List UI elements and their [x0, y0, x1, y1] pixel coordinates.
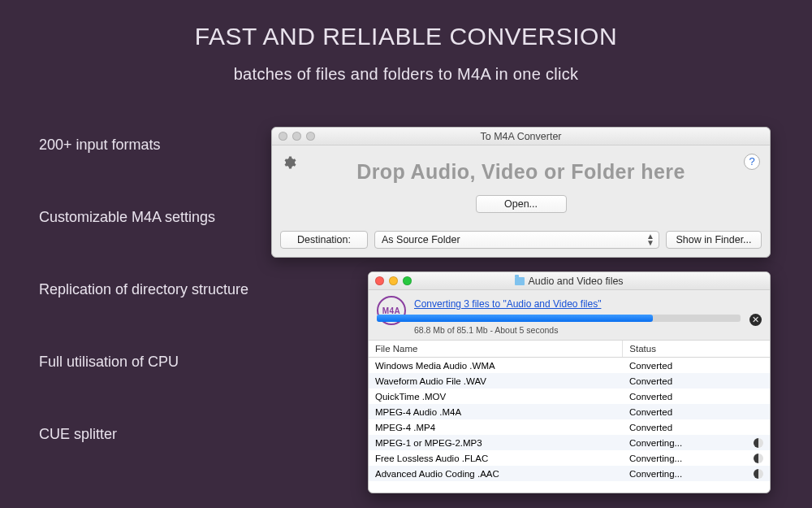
- headline: FAST AND RELIABLE CONVERSION: [0, 0, 812, 50]
- zoom-icon[interactable]: [306, 132, 315, 141]
- traffic-lights[interactable]: [279, 132, 315, 141]
- cell-filename: MPEG-1 or MPEG-2.MP3: [369, 438, 623, 448]
- cell-filename: Windows Media Audio .WMA: [369, 361, 623, 371]
- window-title: To M4A Converter: [480, 131, 561, 142]
- open-button[interactable]: Open...: [476, 195, 567, 213]
- progress-fill: [377, 315, 653, 322]
- table-row[interactable]: Free Lossless Audio .FLACConverting...: [369, 450, 770, 466]
- feature-item: Customizable M4A settings: [39, 209, 215, 226]
- file-table-body: Windows Media Audio .WMAConvertedWavefor…: [369, 358, 770, 481]
- cell-filename: Waveform Audio File .WAV: [369, 376, 623, 386]
- busy-indicator-icon: [754, 469, 763, 479]
- table-header: File Name Status: [369, 341, 770, 358]
- cell-status: Converted: [623, 392, 770, 402]
- gear-icon[interactable]: [282, 155, 296, 170]
- cell-status: Converting...: [623, 438, 770, 448]
- cell-status: Converting...: [623, 469, 770, 479]
- chevron-updown-icon: ▲▼: [646, 233, 652, 246]
- cell-status: Converted: [623, 361, 770, 371]
- window-title: Audio and Video files: [528, 276, 623, 287]
- table-row[interactable]: MPEG-1 or MPEG-2.MP3Converting...: [369, 435, 770, 450]
- progress-text: 68.8 Mb of 85.1 Mb - About 5 seconds: [414, 325, 762, 335]
- busy-indicator-icon: [754, 438, 763, 448]
- table-row[interactable]: Waveform Audio File .WAVConverted: [369, 373, 770, 389]
- table-row[interactable]: MPEG-4 Audio .M4AConverted: [369, 404, 770, 419]
- show-in-finder-button[interactable]: Show in Finder...: [666, 231, 762, 249]
- feature-item: CUE splitter: [39, 426, 117, 443]
- cell-filename: MPEG-4 Audio .M4A: [369, 407, 623, 417]
- busy-indicator-icon: [754, 454, 763, 463]
- feature-item: Full utilisation of CPU: [39, 354, 179, 371]
- col-header-filename[interactable]: File Name: [369, 341, 623, 357]
- progress-bar: [377, 315, 741, 322]
- converting-status-link[interactable]: Converting 3 files to "Audio and Video f…: [414, 298, 601, 310]
- folder-icon: [515, 277, 525, 285]
- progress-window: Audio and Video files M4A Converting 3 f…: [368, 271, 771, 493]
- destination-value: As Source Folder: [382, 232, 460, 248]
- table-row[interactable]: Windows Media Audio .WMAConverted: [369, 358, 770, 373]
- cell-filename: QuickTime .MOV: [369, 392, 623, 402]
- converter-window: To M4A Converter ? Drop Audio, Video or …: [271, 127, 771, 258]
- table-row[interactable]: QuickTime .MOVConverted: [369, 389, 770, 404]
- destination-select[interactable]: As Source Folder ▲▼: [374, 231, 659, 249]
- window-titlebar[interactable]: Audio and Video files: [369, 272, 770, 290]
- close-icon[interactable]: [279, 132, 287, 141]
- zoom-icon[interactable]: [403, 276, 412, 285]
- traffic-lights[interactable]: [375, 276, 412, 285]
- table-row[interactable]: Advanced Audio Coding .AACConverting...: [369, 466, 770, 481]
- cell-status: Converted: [623, 376, 770, 386]
- cell-filename: Free Lossless Audio .FLAC: [369, 454, 623, 463]
- cell-status: Converting...: [623, 454, 770, 463]
- subheadline: batches of files and folders to M4A in o…: [0, 50, 812, 84]
- cell-status: Converted: [623, 423, 770, 432]
- cell-filename: Advanced Audio Coding .AAC: [369, 469, 623, 479]
- drop-zone-message[interactable]: Drop Audio, Video or Folder here: [272, 160, 770, 184]
- help-icon[interactable]: ?: [744, 154, 760, 170]
- window-titlebar[interactable]: To M4A Converter: [272, 128, 770, 145]
- progress-panel: M4A Converting 3 files to "Audio and Vid…: [369, 290, 770, 341]
- minimize-icon[interactable]: [389, 276, 398, 285]
- feature-item: 200+ input formats: [39, 137, 161, 154]
- minimize-icon[interactable]: [292, 132, 301, 141]
- cell-filename: MPEG-4 .MP4: [369, 423, 623, 432]
- feature-item: Replication of directory structure: [39, 281, 248, 298]
- table-row[interactable]: MPEG-4 .MP4Converted: [369, 419, 770, 435]
- destination-button[interactable]: Destination:: [280, 231, 368, 249]
- col-header-status[interactable]: Status: [623, 341, 770, 357]
- close-icon[interactable]: [375, 276, 384, 285]
- cell-status: Converted: [623, 407, 770, 417]
- cancel-icon[interactable]: ✕: [749, 314, 762, 326]
